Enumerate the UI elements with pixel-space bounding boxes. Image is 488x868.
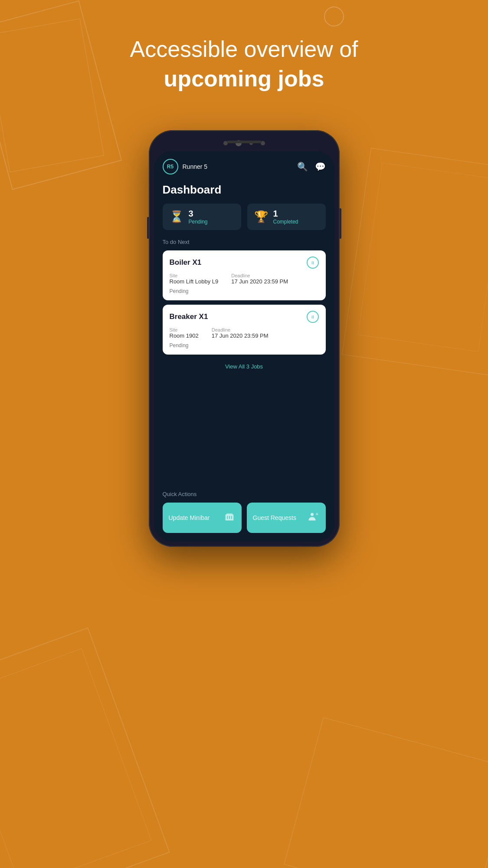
quick-actions-grid: Update Minibar Guest Requ — [163, 503, 326, 533]
todo-section-title: To do Next — [163, 239, 326, 245]
power-button — [340, 208, 341, 239]
completed-icon: 🏆 — [254, 210, 268, 224]
svg-rect-7 — [284, 717, 488, 868]
job-1-details: Site Room Lift Lobby L9 Deadline 17 Jun … — [170, 273, 319, 285]
search-icon[interactable]: 🔍 — [297, 161, 308, 172]
job-1-deadline-label: Deadline — [231, 273, 288, 278]
svg-point-13 — [311, 513, 314, 516]
phone-mockup: R5 Runner 5 🔍 💬 Dashboard ⏳ 3 — [149, 130, 340, 547]
job-1-status: Pending — [170, 288, 319, 294]
job-2-status: Pending — [170, 342, 319, 349]
job-2-title: Breaker X1 — [170, 312, 208, 321]
job-1-title: Boiler X1 — [170, 258, 202, 267]
guest-icon: + — [308, 510, 320, 525]
job-1-pause-button[interactable]: ⏸ — [307, 256, 319, 269]
completed-label: Completed — [273, 219, 298, 225]
job-1-site-group: Site Room Lift Lobby L9 — [170, 273, 219, 285]
job-2-site-group: Site Room 1902 — [170, 327, 199, 339]
minibar-label: Update Minibar — [169, 514, 210, 521]
svg-rect-5 — [0, 628, 170, 868]
svg-text:+: + — [315, 511, 318, 516]
svg-rect-0 — [0, 1, 121, 189]
job-2-details: Site Room 1902 Deadline 17 Jun 2020 23:5… — [170, 327, 319, 339]
svg-rect-3 — [342, 148, 488, 375]
stat-card-completed: 🏆 1 Completed — [247, 204, 326, 230]
volume-button — [147, 217, 149, 239]
update-minibar-button[interactable]: Update Minibar — [163, 503, 242, 533]
svg-rect-6 — [0, 649, 151, 868]
phone-body: R5 Runner 5 🔍 💬 Dashboard ⏳ 3 — [149, 130, 340, 547]
speaker-bar — [227, 141, 262, 143]
stat-info-completed: 1 Completed — [273, 209, 298, 225]
phone-top-bar — [154, 135, 334, 151]
job-2-deadline-group: Deadline 17 Jun 2020 23:59 PM — [212, 327, 269, 339]
pending-count: 3 — [189, 209, 208, 219]
pending-label: Pending — [189, 219, 208, 225]
message-icon[interactable]: 💬 — [315, 161, 326, 172]
user-info: R5 Runner 5 — [163, 159, 208, 174]
guest-label: Guest Requests — [253, 514, 296, 521]
user-name: Runner 5 — [183, 163, 208, 170]
job-2-deadline-value: 17 Jun 2020 23:59 PM — [212, 332, 269, 339]
job-card-1[interactable]: Boiler X1 ⏸ Site Room Lift Lobby L9 Dead… — [163, 250, 326, 300]
completed-count: 1 — [273, 209, 298, 219]
guest-requests-button[interactable]: Guest Requests + — [247, 503, 326, 533]
job-2-deadline-label: Deadline — [212, 327, 269, 332]
header-icons: 🔍 💬 — [297, 161, 326, 172]
avatar: R5 — [163, 159, 178, 174]
svg-rect-4 — [358, 163, 488, 352]
stat-info-pending: 3 Pending — [189, 209, 208, 225]
header-line2: upcoming jobs — [0, 64, 488, 94]
stat-card-pending: ⏳ 3 Pending — [163, 204, 241, 230]
job-card-2[interactable]: Breaker X1 ⏸ Site Room 1902 Deadline 17 … — [163, 305, 326, 355]
phone-screen: R5 Runner 5 🔍 💬 Dashboard ⏳ 3 — [154, 151, 334, 542]
minibar-icon — [223, 510, 236, 525]
job-1-deadline-value: 17 Jun 2020 23:59 PM — [231, 278, 288, 285]
svg-point-2 — [324, 7, 344, 26]
quick-actions-section: Quick Actions Update Minibar — [154, 487, 334, 542]
job-2-site-value: Room 1902 — [170, 332, 199, 339]
app-content: Dashboard ⏳ 3 Pending 🏆 1 Co — [154, 179, 334, 487]
job-1-site-value: Room Lift Lobby L9 — [170, 278, 219, 285]
job-1-site-label: Site — [170, 273, 219, 278]
quick-actions-title: Quick Actions — [163, 491, 326, 497]
header-section: Accessible overview of upcoming jobs — [0, 35, 488, 93]
job-2-pause-button[interactable]: ⏸ — [307, 311, 319, 323]
app-header: R5 Runner 5 🔍 💬 — [154, 151, 334, 179]
pending-icon: ⏳ — [170, 210, 183, 224]
job-2-site-label: Site — [170, 327, 199, 332]
job-card-1-header: Boiler X1 ⏸ — [170, 256, 319, 269]
view-all-link[interactable]: View All 3 Jobs — [163, 359, 326, 374]
header-line1: Accessible overview of — [130, 36, 358, 62]
job-1-deadline-group: Deadline 17 Jun 2020 23:59 PM — [231, 273, 288, 285]
stats-row: ⏳ 3 Pending 🏆 1 Completed — [163, 204, 326, 230]
dashboard-title: Dashboard — [163, 183, 326, 197]
job-card-2-header: Breaker X1 ⏸ — [170, 311, 319, 323]
svg-rect-9 — [226, 513, 233, 515]
